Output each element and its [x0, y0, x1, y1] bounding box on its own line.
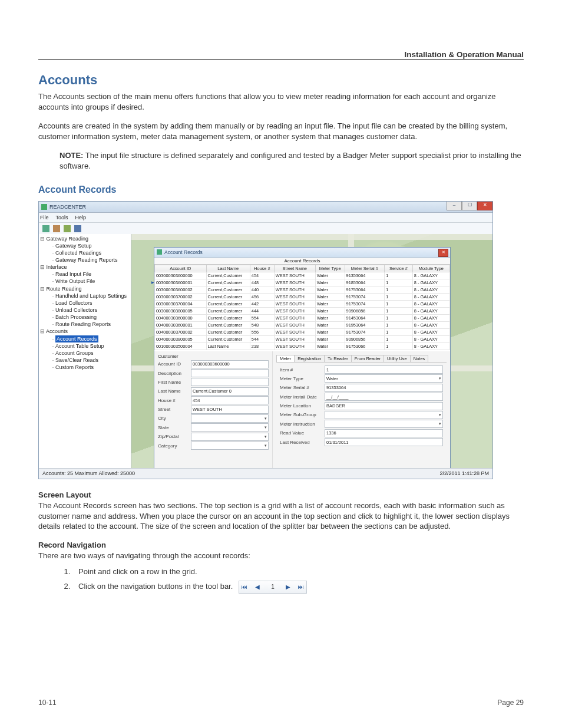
column-header[interactable]: House #: [250, 265, 274, 272]
detail-panel: Customer Account ID003000303600000Descri…: [154, 351, 450, 472]
meter-tab[interactable]: Registration: [294, 355, 325, 362]
screenshot-account-records: READCENTER – ☐ ✕ File Tools Help ⊟ Gatew…: [38, 201, 493, 479]
column-header[interactable]: Last Name: [206, 265, 250, 272]
field-input[interactable]: 454: [191, 396, 269, 404]
tree-item[interactable]: · Account Groups: [51, 350, 130, 357]
field-input[interactable]: [191, 378, 269, 386]
field-input[interactable]: Current,Customer 0: [191, 387, 269, 396]
menu-help[interactable]: Help: [75, 215, 87, 220]
tree-item[interactable]: · Write Output File: [51, 278, 130, 285]
meter-tab[interactable]: To Reader: [324, 355, 352, 362]
records-grid[interactable]: Account Records Account IDLast NameHouse…: [154, 258, 450, 353]
meter-tab[interactable]: Utility Use: [384, 355, 411, 362]
field-input[interactable]: 01/31/2011: [325, 438, 443, 446]
window-close[interactable]: ✕: [477, 202, 492, 210]
tree-item[interactable]: ⊟ Route Reading: [40, 285, 130, 292]
field-input[interactable]: 1: [325, 365, 443, 374]
field-label: Meter Sub-Group: [280, 412, 322, 417]
table-row[interactable]: 003000303700004Current,Customer442WEST S…: [155, 300, 450, 307]
tree-item[interactable]: · Handheld and Laptop Settings: [51, 292, 130, 299]
field-input[interactable]: [325, 420, 443, 428]
tree-item[interactable]: · Read Input File: [51, 271, 130, 278]
field-input[interactable]: WEST SOUTH: [191, 406, 269, 414]
column-header[interactable]: Meter Type: [315, 265, 345, 272]
status-left: Accounts: 25 Maximum Allowed: 25000: [42, 470, 135, 476]
window-minimize[interactable]: –: [447, 202, 462, 210]
table-row[interactable]: 003000303600000Current,Customer454WEST S…: [155, 272, 450, 279]
tree-item[interactable]: · Account Records: [51, 335, 130, 342]
nav-first-icon[interactable]: ⏮: [240, 581, 249, 592]
field-input[interactable]: __/__/____: [325, 393, 443, 401]
column-header[interactable]: Module Type: [412, 265, 449, 272]
column-header[interactable]: Service #: [385, 265, 413, 272]
tree-item[interactable]: ⊟ Accounts: [40, 328, 130, 335]
table-row[interactable]: 003000303800005Current,Customer444WEST S…: [155, 307, 450, 314]
nav-next-icon[interactable]: ▶: [284, 581, 292, 592]
meter-tab[interactable]: Notes: [410, 355, 429, 362]
table-row[interactable]: 003000303600001Current,Customer448WEST S…: [155, 279, 450, 286]
nav-prev-icon[interactable]: ◀: [253, 581, 262, 592]
record-nav-text: There are two ways of navigating through…: [38, 551, 250, 560]
field-input[interactable]: [191, 414, 269, 423]
field-input[interactable]: [191, 442, 269, 450]
footer-right: Page 29: [497, 699, 524, 707]
tree-item[interactable]: · Collected Readings: [51, 249, 130, 256]
field-label: Read Value: [280, 430, 322, 436]
field-label: Account ID: [158, 361, 189, 367]
menu-file[interactable]: File: [40, 215, 49, 220]
tree-item[interactable]: ⊟ Interface: [40, 263, 130, 271]
nav-last-icon[interactable]: ⏭: [297, 581, 305, 592]
meter-field: Meter Serial #91353064: [280, 384, 443, 392]
meter-tab[interactable]: From Reader: [351, 355, 384, 362]
field-input[interactable]: 003000303600000: [191, 360, 269, 368]
field-input[interactable]: [191, 423, 269, 431]
field-input[interactable]: 91353064: [325, 384, 443, 392]
column-header[interactable]: Account ID: [155, 265, 207, 272]
customer-field: State: [158, 423, 269, 431]
nav-toolbar-inline: ⏮ ◀ 1 ▶ ⏭: [239, 581, 307, 594]
toolbar-icon-1[interactable]: [42, 225, 49, 232]
toolbar-icon-3[interactable]: [64, 225, 71, 232]
meter-tab[interactable]: Meter: [276, 355, 295, 362]
menu-tools[interactable]: Tools: [56, 215, 68, 220]
tree-item[interactable]: · Account Table Setup: [51, 342, 130, 350]
page-footer: 10-11 Page 29: [38, 699, 524, 707]
field-input[interactable]: 1336: [325, 429, 443, 437]
table-row[interactable]: 004000303600000Current,Customer554WEST S…: [155, 314, 450, 321]
record-nav-para: Record Navigation There are two ways of …: [38, 540, 524, 561]
table-row[interactable]: 003000303700002Current,Customer456WEST S…: [155, 293, 450, 300]
customer-heading: Customer: [158, 354, 269, 359]
tree-item[interactable]: · Batch Processing: [51, 314, 130, 321]
column-header[interactable]: Meter Serial #: [345, 265, 385, 272]
subsection-title: Account Records: [38, 185, 524, 195]
tree-item[interactable]: · Route Reading Reports: [51, 321, 130, 328]
subwindow-titlebar: Account Records ✕: [154, 248, 450, 258]
field-input[interactable]: Water: [325, 374, 443, 383]
column-header[interactable]: Street Name: [274, 265, 315, 272]
field-label: First Name: [158, 380, 189, 385]
tree-item[interactable]: ⊟ Gateway Reading: [40, 235, 130, 242]
nav-step-1: Point and click on a row in the grid.: [72, 565, 524, 579]
field-input[interactable]: [325, 411, 443, 419]
toolbar-icon-4[interactable]: [74, 225, 81, 232]
field-label: Last Name: [158, 388, 189, 394]
table-row[interactable]: 001000303500004Last Name238WEST SOUTHWat…: [155, 342, 450, 350]
subwindow-close[interactable]: ✕: [438, 249, 448, 257]
tree-item[interactable]: · Custom Reports: [51, 364, 130, 371]
table-row[interactable]: 004000303700002Current,Customer556WEST S…: [155, 328, 450, 335]
table-row[interactable]: 004000303600001Current,Customer548WEST S…: [155, 321, 450, 328]
tree-item[interactable]: · Save/Clear Reads: [51, 357, 130, 364]
field-input[interactable]: [191, 369, 269, 377]
tree-item[interactable]: · Unload Collectors: [51, 307, 130, 314]
window-maximize[interactable]: ☐: [462, 202, 477, 210]
table-row[interactable]: 004000303800005Current,Customer544WEST S…: [155, 335, 450, 342]
toolbar-icon-2[interactable]: [53, 225, 60, 232]
field-input[interactable]: [191, 433, 269, 441]
tree-item[interactable]: · Gateway Reading Reports: [51, 256, 130, 263]
customer-panel: Customer Account ID003000303600000Descri…: [154, 351, 272, 472]
field-input[interactable]: BADGER: [325, 402, 443, 410]
tree-item[interactable]: · Gateway Setup: [51, 242, 130, 249]
table-row[interactable]: 003000303600002Current,Customer440WEST S…: [155, 286, 450, 293]
tree-item[interactable]: · Load Collectors: [51, 299, 130, 307]
field-label: House #: [158, 398, 189, 403]
